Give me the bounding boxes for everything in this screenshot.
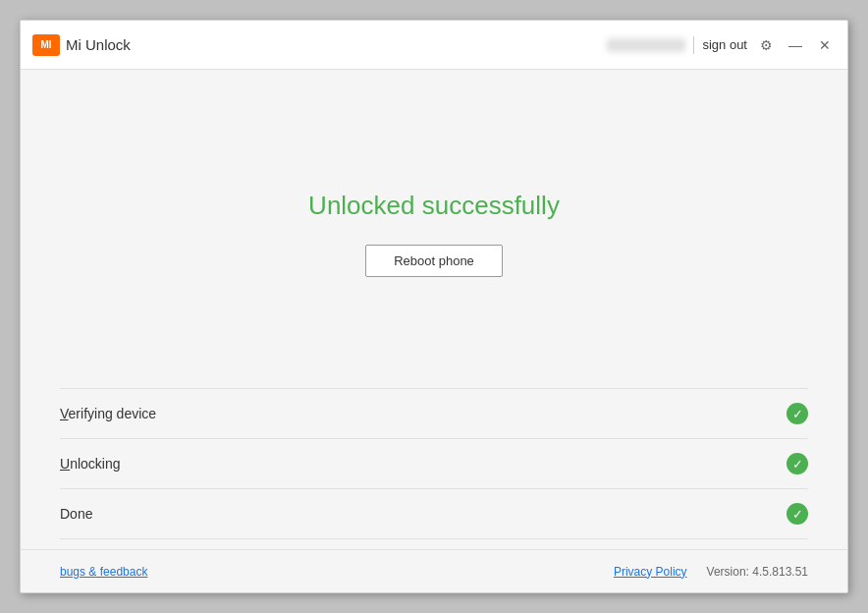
version-label: Version: 4.5.813.51 <box>707 565 808 579</box>
step-check-done: ✓ <box>787 503 808 525</box>
step-item-done: Done ✓ <box>60 489 808 539</box>
step-label-done: Done <box>60 506 92 522</box>
minimize-button[interactable]: — <box>785 34 806 56</box>
footer: bugs & feedback Privacy Policy Version: … <box>21 549 847 592</box>
step-check-unlocking: ✓ <box>787 453 808 474</box>
close-button[interactable]: ✕ <box>814 34 836 56</box>
mi-logo-icon: MI <box>32 34 60 56</box>
checkmark-icon: ✓ <box>792 457 803 472</box>
sign-out-button[interactable]: sign out <box>702 37 747 52</box>
user-avatar <box>607 38 685 52</box>
gear-icon: ⚙ <box>760 37 773 53</box>
minimize-icon: — <box>788 37 802 53</box>
checkmark-icon: ✓ <box>792 407 803 421</box>
privacy-policy-link[interactable]: Privacy Policy <box>614 565 687 579</box>
success-title: Unlocked successfully <box>308 191 560 221</box>
app-logo-area: MI Mi Unlock <box>32 34 131 56</box>
step-item-unlocking: Unlocking ✓ <box>60 439 808 489</box>
settings-button[interactable]: ⚙ <box>755 34 777 56</box>
step-label-verifying: Verifying device <box>60 406 156 421</box>
close-icon: ✕ <box>819 37 831 53</box>
step-label-unlocking: Unlocking <box>60 456 121 472</box>
mi-logo-text: MI <box>40 39 51 50</box>
titlebar: MI Mi Unlock sign out ⚙ — ✕ <box>21 21 847 70</box>
step-item-verifying: Verifying device ✓ <box>60 389 808 439</box>
divider <box>693 36 694 54</box>
success-section: Unlocked successfully Reboot phone <box>60 70 808 388</box>
footer-right: Privacy Policy Version: 4.5.813.51 <box>614 565 808 579</box>
main-content: Unlocked successfully Reboot phone Verif… <box>21 70 847 549</box>
steps-list: Verifying device ✓ Unlocking ✓ Done ✓ <box>60 388 808 549</box>
user-info: sign out <box>607 36 747 54</box>
titlebar-actions: sign out ⚙ — ✕ <box>607 34 836 56</box>
bugs-feedback-link[interactable]: bugs & feedback <box>60 565 147 579</box>
reboot-phone-button[interactable]: Reboot phone <box>365 245 503 277</box>
app-title: Mi Unlock <box>66 36 131 53</box>
step-check-verifying: ✓ <box>787 403 808 424</box>
app-window: MI Mi Unlock sign out ⚙ — ✕ Unlocked suc… <box>20 20 848 593</box>
checkmark-icon: ✓ <box>792 507 803 522</box>
